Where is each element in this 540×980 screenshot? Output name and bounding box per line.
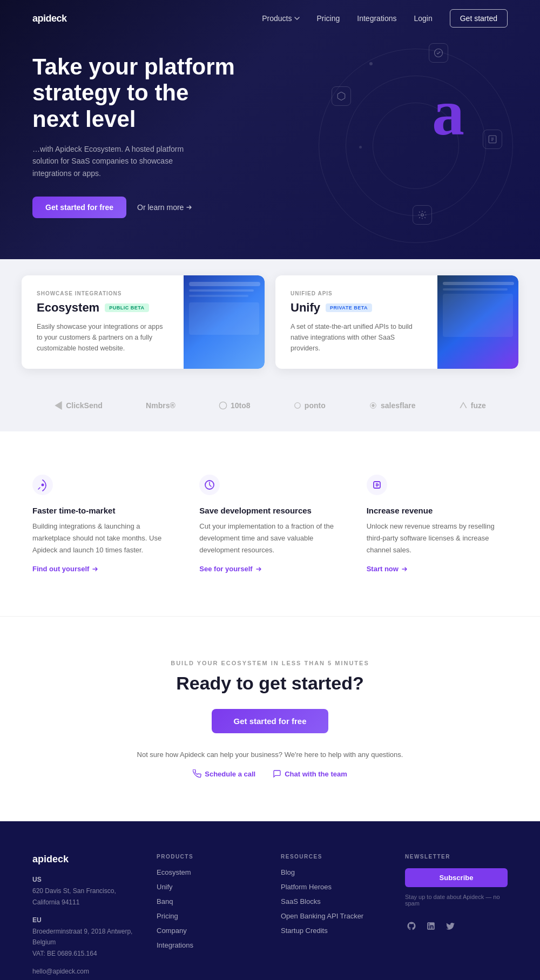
feature-revenue-link[interactable]: Start now — [367, 565, 508, 573]
arrow-right-small-2-icon — [255, 565, 262, 573]
footer-link-banq[interactable]: Banq — [157, 897, 259, 905]
footer-link-ecosystem[interactable]: Ecosystem — [157, 868, 259, 876]
hero-content: Take your platform strategy to the next … — [32, 54, 238, 218]
footer-newsletter-col: NEWSLETTER Subscribe Stay up to date abo… — [405, 854, 508, 975]
hero-dot-2 — [359, 146, 362, 148]
footer-link-pricing[interactable]: Pricing — [157, 912, 259, 920]
rocket-icon — [32, 475, 173, 497]
ecosystem-desc: Easily showcase your integrations or app… — [37, 321, 168, 354]
footer-subscribe-note: Stay up to date about Apideck — no spam — [405, 894, 508, 907]
cta-section: BUILD YOUR ECOSYSTEM IN LESS THAN 5 MINU… — [0, 616, 540, 821]
feature-resources-link[interactable]: See for yourself — [199, 565, 340, 573]
dollar-icon — [367, 475, 508, 497]
footer-link-open-banking[interactable]: Open Banking API Tracker — [281, 912, 383, 920]
feature-resources-desc: Cut your implementation to a fraction of… — [199, 521, 340, 556]
unify-desc: A set of state-the-art unified APIs to b… — [291, 321, 422, 354]
nav-links: Products Pricing Integrations Login Get … — [262, 9, 508, 28]
twitter-icon[interactable] — [444, 920, 457, 932]
chat-team-link[interactable]: Chat with the team — [273, 769, 347, 778]
nav-logo: apideck — [32, 13, 67, 24]
svg-point-1 — [421, 214, 424, 217]
cta-get-started-button[interactable]: Get started for free — [212, 709, 328, 733]
screenshot-bar-2 — [189, 289, 254, 292]
footer-link-unify[interactable]: Unify — [157, 883, 259, 891]
salesflare-icon — [369, 401, 377, 410]
github-icon[interactable] — [405, 920, 418, 932]
logo-10to8: 10to8 — [219, 401, 251, 410]
screenshot-bar-3 — [189, 295, 248, 297]
navigation: apideck Products Pricing Integrations Lo… — [0, 0, 540, 37]
fuze-icon — [459, 401, 468, 410]
hero-subtitle: …with Apideck Ecosystem. A hosted platfo… — [32, 143, 205, 179]
ecosystem-badge: PUBLIC BETA — [105, 303, 148, 312]
cta-actions: Schedule a call Chat with the team — [32, 769, 508, 778]
hero-learn-link[interactable]: Or learn more — [137, 203, 192, 212]
footer-link-company[interactable]: Company — [157, 927, 259, 935]
logo-nmbrs: Nmbrs® — [146, 401, 176, 410]
clicksend-icon — [54, 401, 63, 410]
logo-ponto: ponto — [294, 401, 326, 410]
features-section: Faster time-to-market Building integrati… — [0, 431, 540, 616]
footer-social-icons — [405, 920, 508, 932]
feature-revenue-desc: Unlock new revenue streams by reselling … — [367, 521, 508, 556]
ponto-icon — [294, 402, 301, 409]
footer-us-address: 620 Davis St, San Francisco, California … — [32, 886, 135, 908]
logo-clicksend: ClickSend — [54, 401, 103, 410]
footer-email[interactable]: hello@apideck.com — [32, 968, 135, 975]
screenshot-block — [189, 302, 259, 335]
product-card-unify: UNIFIED APIS Unify PRIVATE BETA A set of… — [275, 275, 518, 369]
unify-badge: PRIVATE BETA — [326, 303, 372, 312]
feature-faster-title: Faster time-to-market — [32, 506, 173, 515]
product-card-ecosystem: SHOWCASE INTEGRATIONS Ecosystem PUBLIC B… — [22, 275, 265, 369]
ecosystem-label: SHOWCASE INTEGRATIONS — [37, 290, 168, 296]
subscribe-button[interactable]: Subscribe — [405, 868, 508, 887]
logo-salesflare: salesflare — [369, 401, 416, 410]
arrow-right-small-icon — [91, 565, 99, 573]
cta-help-text: Not sure how Apideck can help your busin… — [32, 751, 508, 759]
hero-section: Take your platform strategy to the next … — [0, 0, 540, 270]
nav-pricing[interactable]: Pricing — [317, 14, 340, 23]
clock-icon — [199, 475, 340, 497]
hero-floating-icon-1 — [429, 43, 448, 63]
unify-screenshot — [437, 275, 518, 369]
ecosystem-screenshot — [184, 275, 265, 369]
footer-resources-col: RESOURCES Blog Platform Heroes SaaS Bloc… — [281, 854, 383, 975]
footer-newsletter-title: NEWSLETTER — [405, 854, 508, 860]
footer-products-col: PRODUCTS Ecosystem Unify Banq Pricing Co… — [157, 854, 259, 975]
nav-get-started-button[interactable]: Get started — [450, 9, 508, 28]
nav-products[interactable]: Products — [262, 14, 299, 23]
products-section: SHOWCASE INTEGRATIONS Ecosystem PUBLIC B… — [0, 259, 540, 390]
footer-link-integrations[interactable]: Integrations — [157, 941, 259, 949]
unify-bar-1 — [443, 282, 514, 285]
svg-point-2 — [219, 402, 226, 409]
footer-link-saas-blocks[interactable]: SaaS Blocks — [281, 897, 383, 905]
footer-us-region: US — [32, 876, 135, 883]
nav-login[interactable]: Login — [414, 14, 432, 23]
unify-label: UNIFIED APIS — [291, 290, 422, 296]
hero-cta-button[interactable]: Get started for free — [32, 197, 126, 218]
arrow-right-icon — [186, 204, 192, 211]
unify-bar-2 — [443, 288, 508, 290]
hero-logo-graphic: a — [432, 76, 464, 150]
hero-graphic: a — [292, 32, 518, 259]
footer-link-startup-credits[interactable]: Startup Credits — [281, 927, 383, 935]
footer-link-blog[interactable]: Blog — [281, 868, 383, 876]
hero-floating-icon-2 — [483, 130, 502, 149]
hero-dot-1 — [369, 62, 373, 65]
hero-floating-icon-3 — [413, 205, 432, 225]
footer-link-platform-heroes[interactable]: Platform Heroes — [281, 883, 383, 891]
feature-faster-link[interactable]: Find out yourself — [32, 565, 173, 573]
unify-block — [443, 294, 513, 337]
10to8-icon — [219, 401, 227, 410]
footer-company: apideck US 620 Davis St, San Francisco, … — [32, 854, 135, 975]
linkedin-icon[interactable] — [424, 920, 437, 932]
feature-faster-desc: Building integrations & launching a mark… — [32, 521, 173, 556]
schedule-call-link[interactable]: Schedule a call — [193, 769, 255, 778]
nav-integrations[interactable]: Integrations — [357, 14, 396, 23]
footer-resources-title: RESOURCES — [281, 854, 383, 860]
svg-point-3 — [372, 404, 374, 407]
arrow-right-small-3-icon — [401, 565, 408, 573]
chevron-down-icon — [294, 17, 300, 20]
cta-eyebrow: BUILD YOUR ECOSYSTEM IN LESS THAN 5 MINU… — [32, 660, 508, 666]
logos-section: ClickSend Nmbrs® 10to8 ponto salesflare … — [0, 390, 540, 431]
